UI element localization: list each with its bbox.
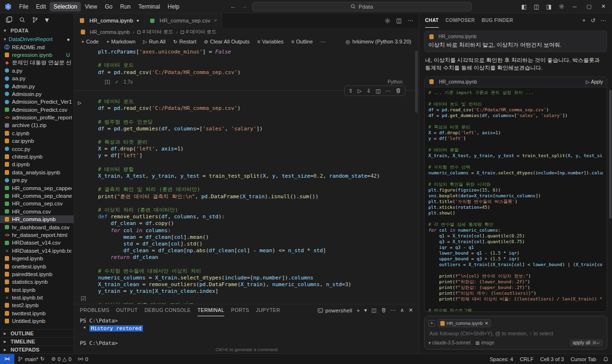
restart-kernel-button[interactable]: ↻Restart: [170, 38, 199, 45]
panel-tab-output[interactable]: OUTPUT: [116, 304, 138, 316]
chat-input-placeholder[interactable]: Ask followup (Ctrl+Shift+Y), @ to mentio…: [429, 331, 602, 336]
file-item[interactable]: ≡test.ipynb.txt: [0, 294, 74, 301]
file-item[interactable]: HR_comma.csv: [0, 208, 74, 215]
file-item[interactable]: HR_comma_sep.csv: [0, 200, 74, 207]
execute-above-icon[interactable]: ⇧: [349, 87, 353, 94]
more-actions-icon[interactable]: ⋯: [601, 17, 606, 24]
file-item[interactable]: HRDataset_v14.csv: [0, 239, 74, 246]
notebook-settings-gear-icon[interactable]: [384, 18, 391, 24]
file-item[interactable]: d.ipynb: [0, 161, 74, 168]
file-item[interactable]: test2.ipynb: [0, 301, 74, 309]
apply-all-button[interactable]: apply all⌘↵: [570, 339, 603, 346]
notebook-cell-active[interactable]: ▷ ⇧ ▷ ⇩ ◫ ⋯ # 데이터 로드df = pd.read_csv('C:…: [74, 90, 419, 304]
terminal-content[interactable]: PS C:\Pdata> * History restored PS C:\Pd…: [74, 316, 419, 347]
split-cell-icon[interactable]: ◫: [376, 87, 381, 94]
close-panel-icon[interactable]: ✕: [408, 307, 413, 313]
add-markdown-cell-button[interactable]: +Markdown: [103, 38, 139, 45]
context-file-chip[interactable]: HR_comma.ipynb: [428, 33, 603, 40]
explorer-icon[interactable]: [6, 16, 12, 23]
model-selector[interactable]: ▾claude-3.5-sonnet: [428, 340, 470, 345]
status-item[interactable]: Cell 3 of 3: [537, 354, 568, 364]
file-item[interactable]: HR_comma.ipynb: [0, 215, 74, 223]
status-item[interactable]: Cursor Tab: [567, 354, 600, 364]
breadcrumb-item[interactable]: # 데이터 로드: [137, 29, 173, 35]
section-timeline[interactable]: ▸TIMELINE: [0, 337, 74, 345]
menu-view[interactable]: View: [81, 2, 101, 11]
close-button[interactable]: ✕: [597, 0, 610, 13]
section-notepads[interactable]: ▸NOTEPADS: [0, 345, 74, 353]
more-actions-icon[interactable]: ⋯: [407, 17, 413, 24]
remove-context-icon[interactable]: ✕: [485, 321, 489, 326]
file-item[interactable]: ≡HRDataset_v14.ipynb.txt: [0, 247, 74, 255]
kernel-picker[interactable]: ◎hrkimenv (Python 3.9.20): [346, 39, 415, 44]
file-item[interactable]: ◆문제인 대통령 연설문 선...: [0, 59, 74, 66]
menu-edit[interactable]: Edit: [32, 2, 50, 11]
new-terminal-icon[interactable]: +: [357, 308, 360, 313]
terminal-dropdown-icon[interactable]: ▾: [364, 307, 367, 313]
command-center-search[interactable]: Pdata: [252, 2, 472, 11]
minimize-button[interactable]: ─: [568, 0, 581, 13]
file-item[interactable]: test.ipynb: [0, 286, 74, 294]
shell-label[interactable]: powershell: [317, 308, 352, 313]
apply-button[interactable]: ▷Apply: [586, 79, 603, 85]
scrollbar-thumb[interactable]: [415, 51, 418, 113]
file-item[interactable]: twottest.ipynb: [0, 310, 74, 317]
remote-indicator[interactable]: ><: [0, 354, 14, 364]
notifications-bell-icon[interactable]: [600, 354, 612, 364]
chat-input[interactable]: + HR_comma.ipynb ✕ Ask followup (Ctrl+Sh…: [424, 316, 607, 350]
file-item[interactable]: cccc.py: [0, 145, 74, 152]
file-item[interactable]: archive (1).zip: [0, 121, 74, 129]
panel-tab-terminal[interactable]: TERMINAL: [197, 304, 224, 316]
file-item[interactable]: Untitled.ipynb: [0, 317, 74, 325]
menu-go[interactable]: Go: [101, 2, 116, 11]
status-item[interactable]: Spaces: 4: [486, 354, 516, 364]
status-item[interactable]: CRLF: [516, 354, 537, 364]
add-context-icon[interactable]: +: [428, 320, 435, 327]
explorer-section-header[interactable]: ▾ PDATA: [0, 26, 74, 35]
editor-tab[interactable]: HR_comma_sep.csv✕: [144, 13, 223, 28]
file-item[interactable]: Admissin.py: [0, 90, 74, 98]
menu-help[interactable]: Help: [164, 2, 184, 11]
file-item[interactable]: aa.py: [0, 75, 74, 82]
file-item[interactable]: HR_comma_sep_cleaned.csv: [0, 192, 74, 200]
file-item[interactable]: ⓘREADME.md: [0, 43, 74, 51]
file-item[interactable]: Admission_Predict.csv: [0, 106, 74, 114]
chat-tab-bug-finder[interactable]: BUG FINDER: [481, 13, 513, 28]
cell-editor[interactable]: # 데이터 로드df = pd.read_csv('C:/Pdata/HR_co…: [98, 98, 419, 304]
attach-image-button[interactable]: ▦image: [475, 340, 494, 345]
more-actions-icon[interactable]: ⋯: [391, 307, 396, 313]
settings-gear-icon[interactable]: [556, 3, 567, 10]
file-item[interactable]: regression.ipynbU: [0, 51, 74, 59]
menu-run[interactable]: Run: [116, 2, 134, 11]
file-item[interactable]: a.py: [0, 67, 74, 75]
file-item[interactable]: Admission_Predict_Ver1.1...: [0, 98, 74, 106]
menu-terminal[interactable]: Terminal: [134, 2, 164, 11]
forward-icon[interactable]: →: [241, 3, 247, 10]
file-item[interactable]: onettest.ipynb: [0, 262, 74, 270]
source-control-icon[interactable]: [32, 17, 38, 23]
git-branch-status[interactable]: main* ↻: [14, 354, 48, 364]
outline-button[interactable]: ≡Outline: [288, 38, 316, 45]
notebook-cell-previous[interactable]: plt.rcParams['axes.unicode_minus'] = Fal…: [74, 48, 419, 86]
file-item[interactable]: hr_dashboard_data.csv: [0, 223, 74, 231]
run-cell-icon[interactable]: ▷: [78, 99, 81, 106]
add-code-cell-button[interactable]: +Code: [78, 38, 102, 45]
split-editor-icon[interactable]: ◫: [396, 17, 402, 24]
panel-tab-ports[interactable]: PORTS: [231, 304, 249, 316]
editor-tab[interactable]: HR_comma.ipynb●: [74, 13, 144, 28]
breadcrumb-item[interactable]: # 데이터 로드: [181, 29, 217, 35]
ports-status[interactable]: 0: [75, 354, 91, 364]
panel-tab-jupyter[interactable]: JUPYTER: [256, 304, 280, 316]
run-cell-icon[interactable]: ▷: [358, 87, 361, 94]
delete-cell-icon[interactable]: [395, 88, 401, 94]
section-outline[interactable]: ▸OUTLINE: [0, 329, 74, 337]
panel-tab-problems[interactable]: PROBLEMS: [80, 304, 109, 316]
chat-tab-composer[interactable]: COMPOSER: [446, 13, 475, 28]
kill-terminal-icon[interactable]: [381, 308, 386, 313]
toggle-panel-icon[interactable]: ◫: [531, 3, 542, 10]
menu-selection[interactable]: Selection: [50, 2, 81, 11]
modified-dot-icon[interactable]: ●: [136, 18, 139, 23]
cell-language[interactable]: Python: [388, 79, 403, 86]
file-item[interactable]: pairedttest.ipynb: [0, 270, 74, 278]
file-item[interactable]: legend.ipynb: [0, 255, 74, 262]
